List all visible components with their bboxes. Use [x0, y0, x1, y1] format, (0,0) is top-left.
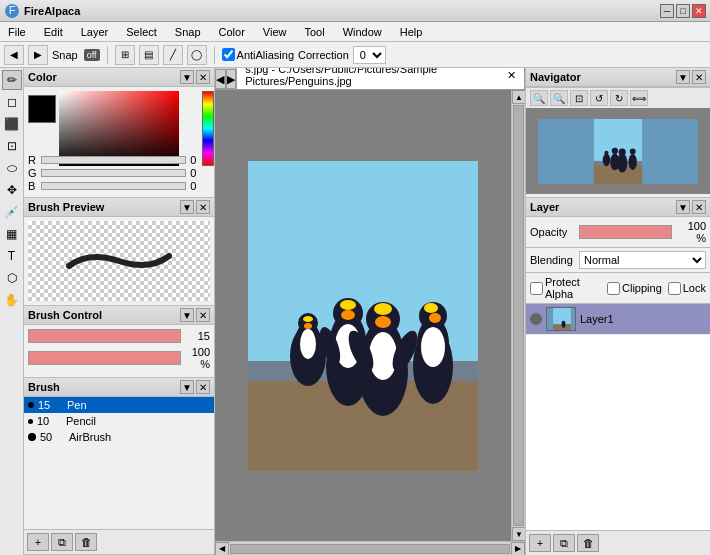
lock-checkbox[interactable]	[668, 282, 681, 295]
menu-edit[interactable]: Edit	[40, 24, 67, 40]
navigator-close[interactable]: ✕	[692, 70, 706, 84]
canvas-viewport[interactable]	[215, 90, 511, 541]
menu-bar: File Edit Layer Select Snap Color View T…	[0, 22, 710, 42]
correction-select[interactable]: 0	[353, 46, 386, 64]
brush-preview-expand[interactable]: ▼	[180, 200, 194, 214]
color-swatch[interactable]	[28, 95, 56, 123]
color-panel-header: Color ▼ ✕	[24, 68, 214, 87]
delete-brush-button[interactable]: 🗑	[75, 533, 97, 551]
brush-item-pen[interactable]: 15 Pen	[24, 397, 214, 413]
grid-btn-1[interactable]: ⊞	[115, 45, 135, 65]
grid-btn-2[interactable]: ▤	[139, 45, 159, 65]
nav-fit[interactable]: ⊡	[570, 90, 588, 106]
color-panel-close[interactable]: ✕	[196, 70, 210, 84]
move-tool[interactable]: ✥	[2, 180, 22, 200]
nav-rotate-l[interactable]: ↺	[590, 90, 608, 106]
brush-panel-expand[interactable]: ▼	[180, 380, 194, 394]
grid-btn-4[interactable]: ◯	[187, 45, 207, 65]
text-tool[interactable]: T	[2, 246, 22, 266]
add-brush-button[interactable]: +	[27, 533, 49, 551]
menu-snap[interactable]: Snap	[171, 24, 205, 40]
g-slider[interactable]	[41, 169, 186, 177]
protect-alpha-checkbox[interactable]	[530, 282, 543, 295]
menu-tool[interactable]: Tool	[300, 24, 328, 40]
brush-control-close[interactable]: ✕	[196, 308, 210, 322]
layer-panel-expand[interactable]: ▼	[676, 200, 690, 214]
next-button[interactable]: ▶	[28, 45, 48, 65]
canvas-tab-penguins[interactable]: s.jpg - C:/Users/Public/Pictures/Sample …	[236, 68, 525, 89]
delete-layer-button[interactable]: 🗑	[577, 534, 599, 552]
navigator-image[interactable]	[538, 119, 698, 184]
scroll-h-thumb[interactable]	[230, 544, 510, 554]
left-inner: ✏ ◻ ⬛ ⊡ ⬭ ✥ 💉 ▦ T ⬡ ✋ Color	[0, 68, 214, 555]
lock-option[interactable]: Lock	[668, 282, 706, 295]
canvas-tab-close[interactable]: ✕	[507, 69, 516, 82]
scroll-right-button[interactable]: ▶	[511, 542, 525, 556]
tab-prev[interactable]: ◀	[215, 69, 226, 89]
layer-item-layer1[interactable]: Layer1	[526, 304, 710, 335]
eyedropper-tool[interactable]: 💉	[2, 202, 22, 222]
menu-select[interactable]: Select	[122, 24, 161, 40]
nav-rotate-r[interactable]: ↻	[610, 90, 628, 106]
protect-alpha-option[interactable]: Protect Alpha	[530, 276, 601, 300]
brush-item-pencil[interactable]: 10 Pencil	[24, 413, 214, 429]
tab-next[interactable]: ▶	[226, 69, 237, 89]
b-label: B	[28, 180, 37, 192]
navigator-expand[interactable]: ▼	[676, 70, 690, 84]
size-slider[interactable]	[28, 329, 181, 343]
antialiasing-checkbox[interactable]	[222, 48, 235, 61]
antialiasing-check[interactable]: AntiAliasing	[222, 48, 294, 61]
menu-color[interactable]: Color	[215, 24, 249, 40]
b-slider[interactable]	[41, 182, 186, 190]
layer-panel-header: Layer ▼ ✕	[526, 198, 710, 217]
svg-point-31	[424, 303, 438, 313]
menu-window[interactable]: Window	[339, 24, 386, 40]
left-panel: ✏ ◻ ⬛ ⊡ ⬭ ✥ 💉 ▦ T ⬡ ✋ Color	[0, 68, 215, 555]
select-tool[interactable]: ⊡	[2, 136, 22, 156]
scroll-down-button[interactable]: ▼	[512, 527, 525, 541]
hand-tool[interactable]: ✋	[2, 290, 22, 310]
brush-panel-close[interactable]: ✕	[196, 380, 210, 394]
scroll-v-thumb[interactable]	[513, 105, 524, 526]
horizontal-scrollbar[interactable]: ◀ ▶	[215, 541, 525, 555]
brush-tool[interactable]: ✏	[2, 70, 22, 90]
brush-control-expand[interactable]: ▼	[180, 308, 194, 322]
nav-zoom-in[interactable]: 🔍	[550, 90, 568, 106]
eraser-tool[interactable]: ◻	[2, 92, 22, 112]
maximize-button[interactable]: □	[676, 4, 690, 18]
nav-flip[interactable]: ⟺	[630, 90, 648, 106]
layer-panel-close[interactable]: ✕	[692, 200, 706, 214]
prev-button[interactable]: ◀	[4, 45, 24, 65]
r-slider[interactable]	[41, 156, 186, 164]
vertical-scrollbar[interactable]: ▲ ▼	[511, 90, 525, 541]
clipping-checkbox[interactable]	[607, 282, 620, 295]
scroll-up-button[interactable]: ▲	[512, 90, 525, 104]
color-panel-expand[interactable]: ▼	[180, 70, 194, 84]
duplicate-brush-button[interactable]: ⧉	[51, 533, 73, 551]
menu-file[interactable]: File	[4, 24, 30, 40]
lasso-tool[interactable]: ⬭	[2, 158, 22, 178]
fill-tool[interactable]: ⬛	[2, 114, 22, 134]
shape-tool[interactable]: ⬡	[2, 268, 22, 288]
scroll-left-button[interactable]: ◀	[215, 542, 229, 556]
layer-visibility[interactable]	[530, 313, 542, 325]
menu-layer[interactable]: Layer	[77, 24, 113, 40]
gradient-tool[interactable]: ▦	[2, 224, 22, 244]
brush-preview-close[interactable]: ✕	[196, 200, 210, 214]
brush-item-airbrush[interactable]: 50 AirBrush	[24, 429, 214, 445]
add-layer-button[interactable]: +	[529, 534, 551, 552]
blending-select[interactable]: Normal Multiply Screen Overlay	[579, 251, 706, 269]
opacity-slider[interactable]	[579, 225, 672, 239]
clipping-option[interactable]: Clipping	[607, 282, 662, 295]
opacity-slider[interactable]	[28, 351, 181, 365]
app-icon: F	[4, 3, 20, 19]
menu-help[interactable]: Help	[396, 24, 427, 40]
minimize-button[interactable]: ─	[660, 4, 674, 18]
svg-point-22	[375, 316, 391, 328]
grid-btn-3[interactable]: ╱	[163, 45, 183, 65]
close-button[interactable]: ✕	[692, 4, 706, 18]
nav-zoom-out[interactable]: 🔍	[530, 90, 548, 106]
menu-view[interactable]: View	[259, 24, 291, 40]
duplicate-layer-button[interactable]: ⧉	[553, 534, 575, 552]
snap-toggle[interactable]: off	[84, 49, 100, 61]
